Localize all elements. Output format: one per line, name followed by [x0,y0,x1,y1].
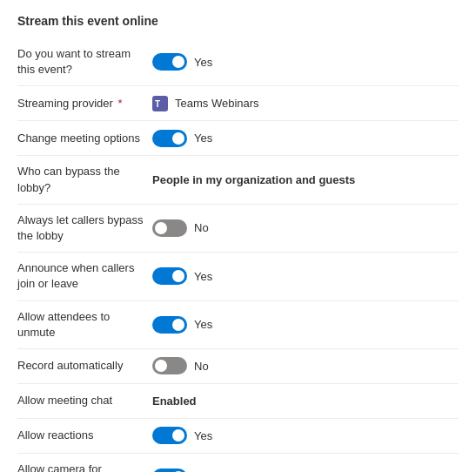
label-allow-meeting-chat: Allow meeting chat [17,393,152,408]
row-allow-unmute: Allow attendees to unmute Yes [17,301,459,349]
toggle-record-automatically-text: No [194,360,209,373]
toggle-allow-reactions[interactable] [152,427,187,444]
row-bypass-lobby: Who can bypass the lobby? People in my o… [17,156,459,204]
row-stream-event: Do you want to stream this event? Yes [17,38,459,86]
value-allow-reactions: Yes [152,427,459,444]
row-announce-callers: Announce when callers join or leave Yes [17,253,459,300]
label-stream-event: Do you want to stream this event? [17,46,152,78]
value-change-meeting-options: Yes [152,130,459,147]
toggle-allow-camera[interactable] [152,469,187,472]
row-allow-meeting-chat: Allow meeting chat Enabled [17,384,459,419]
required-mark: * [117,97,122,110]
toggle-announce-callers-text: Yes [194,270,212,283]
label-allow-camera: Allow camera for attendees [17,462,152,472]
value-streaming-provider: T Teams Webinars [152,96,459,111]
value-bypass-lobby: People in my organization and guests [152,173,459,186]
toggle-stream-event[interactable] [152,53,187,71]
streaming-provider-text: Teams Webinars [175,97,259,110]
settings-container: Stream this event online Do you want to … [0,0,476,472]
toggle-record-automatically[interactable] [152,357,187,374]
row-callers-bypass-lobby: Always let callers bypass the lobby No [17,205,459,253]
value-callers-bypass-lobby: No [152,219,459,237]
value-announce-callers: Yes [152,267,459,285]
label-callers-bypass-lobby: Always let callers bypass the lobby [17,212,152,244]
label-record-automatically: Record automatically [17,358,152,374]
toggle-allow-unmute[interactable] [152,316,187,334]
label-announce-callers: Announce when callers join or leave [17,260,152,292]
value-allow-camera: Yes [152,469,459,472]
toggle-change-meeting-options[interactable] [152,130,187,147]
value-record-automatically: No [152,357,459,374]
row-change-meeting-options: Change meeting options Yes [17,121,459,156]
label-bypass-lobby: Who can bypass the lobby? [17,164,152,195]
label-allow-unmute: Allow attendees to unmute [17,309,152,341]
value-stream-event: Yes [152,53,459,71]
label-change-meeting-options: Change meeting options [17,131,152,146]
toggle-callers-bypass-lobby-text: No [194,221,209,234]
toggle-change-meeting-options-text: Yes [194,131,212,145]
toggle-allow-unmute-text: Yes [194,318,212,331]
row-streaming-provider: Streaming provider * T Teams Webinars [17,86,459,121]
page-title: Stream this event online [17,14,459,28]
label-streaming-provider: Streaming provider * [17,96,152,111]
row-record-automatically: Record automatically No [17,349,459,384]
row-allow-reactions: Allow reactions Yes [17,419,459,454]
allow-meeting-chat-text: Enabled [152,394,197,408]
toggle-allow-reactions-text: Yes [194,429,212,442]
value-allow-unmute: Yes [152,316,459,334]
label-allow-reactions: Allow reactions [17,428,152,443]
toggle-stream-event-text: Yes [194,56,212,69]
value-allow-meeting-chat: Enabled [152,394,459,408]
row-allow-camera: Allow camera for attendees Yes [17,454,459,472]
svg-text:T: T [155,99,160,109]
toggle-callers-bypass-lobby[interactable] [152,219,187,237]
teams-webinars-icon: T [152,96,168,111]
toggle-announce-callers[interactable] [152,267,187,285]
bypass-lobby-text: People in my organization and guests [152,173,355,186]
